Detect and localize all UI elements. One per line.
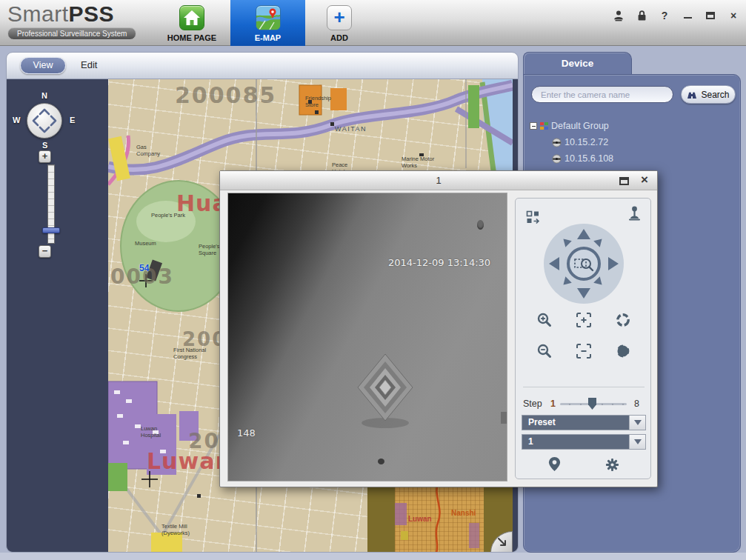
waitan-label: WAITAN: [335, 125, 367, 133]
tab-e-map[interactable]: E-MAP: [230, 0, 305, 46]
ptz-direction-pad: [544, 224, 624, 304]
location-pin-icon: [548, 456, 561, 472]
preset-number-dropdown-button[interactable]: [629, 435, 645, 449]
compass-east-label: E: [70, 116, 75, 124]
ceiling-dot: [378, 459, 384, 464]
step-slider[interactable]: [560, 398, 627, 410]
ptz-3d-position-button[interactable]: [567, 247, 601, 281]
ceiling-edge-object: [501, 412, 507, 424]
iris-close-button[interactable]: [614, 342, 632, 360]
tab-home-page[interactable]: HOME PAGE: [156, 0, 228, 46]
tree-group-default[interactable]: Default Group: [530, 118, 613, 134]
dome-camera-icon: [552, 138, 562, 147]
maximize-button[interactable]: [704, 9, 717, 22]
overview-label-luwan: Luwan: [408, 515, 432, 523]
ptz-settings-button[interactable]: [603, 456, 621, 473]
region-zoom-icon: [570, 250, 598, 278]
tab-device[interactable]: Device: [523, 52, 632, 75]
brand-light: Smart: [7, 1, 69, 26]
collapse-icon[interactable]: [530, 122, 537, 130]
divider: [523, 387, 645, 387]
goto-preset-button[interactable]: [545, 455, 563, 473]
postal-code-200085: 200085: [175, 82, 276, 108]
ptz-right-arrow[interactable]: [608, 257, 619, 270]
focus-in-button[interactable]: [575, 311, 593, 329]
live-video-feed[interactable]: 2014-12-09 13:14:30 148: [227, 193, 507, 481]
brand-bold: PSS: [69, 1, 115, 26]
iris-open-button[interactable]: [614, 311, 632, 329]
ptz-up-arrow[interactable]: [577, 229, 590, 239]
map-label-first-congress: First National Congress: [173, 347, 206, 360]
dialog-close-button[interactable]: ×: [641, 173, 648, 187]
help-button[interactable]: ?: [658, 9, 671, 22]
tree-group-label: Default Group: [551, 121, 609, 131]
camera-preview-dialog: 1 × 2014-12-09 13:14:30 148: [219, 170, 658, 487]
overview-label-nanshi: Nanshi: [451, 509, 476, 517]
tab-view[interactable]: View: [20, 57, 66, 74]
overview-map-image: Luwan Nanshi: [395, 482, 484, 553]
minimize-button[interactable]: [681, 9, 694, 22]
ptz-up-left-arrow[interactable]: [560, 236, 572, 247]
map-label-gas-company: Gas Company: [136, 144, 160, 157]
search-button-label: Search: [701, 90, 729, 100]
stream-window-icon[interactable]: [524, 209, 542, 227]
tab-edit[interactable]: Edit: [81, 59, 97, 70]
video-camera-label: 148: [237, 427, 256, 439]
camera-search-input[interactable]: [531, 86, 673, 103]
dome-camera-icon: [552, 154, 562, 164]
preset-dropdown-button[interactable]: [629, 416, 645, 430]
map-zoom-thumb[interactable]: [42, 227, 60, 233]
ptz-down-right-arrow[interactable]: [593, 276, 605, 288]
ptz-control-panel: Step 1 8 Preset 1: [515, 198, 651, 479]
maximize-icon: [706, 12, 715, 19]
camera-hotspot-54[interactable]: 54: [139, 263, 149, 273]
map-zoom-in-button[interactable]: +: [39, 150, 51, 163]
lock-icon[interactable]: [635, 9, 648, 22]
zoom-out-button[interactable]: [536, 342, 553, 360]
tab-home-label: HOME PAGE: [156, 33, 228, 42]
preset-dropdown[interactable]: Preset: [522, 415, 646, 430]
preset-number-dropdown[interactable]: 1: [522, 434, 646, 450]
tab-add[interactable]: + ADD: [310, 0, 369, 46]
tab-add-label: ADD: [310, 33, 369, 42]
map-mode-tabbar: View Edit: [6, 52, 519, 79]
joystick-icon[interactable]: [625, 206, 643, 224]
step-max: 8: [634, 399, 639, 409]
map-zoom-out-button[interactable]: −: [39, 245, 51, 258]
focus-out-button[interactable]: [575, 342, 593, 360]
ptz-up-right-arrow[interactable]: [593, 236, 605, 247]
brand-tagline: Professional Surveillance System: [7, 27, 136, 40]
dialog-maximize-button[interactable]: [619, 177, 629, 185]
dialog-title: 1: [220, 175, 657, 186]
window-controls: ? ×: [612, 9, 740, 22]
chevron-down-icon: [634, 420, 642, 425]
arrow-se-icon: [491, 532, 512, 552]
e-map-icon: [256, 5, 281, 30]
dialog-titlebar[interactable]: 1 ×: [220, 171, 657, 190]
ptz-left-arrow[interactable]: [549, 257, 559, 270]
search-button[interactable]: Search: [681, 85, 736, 104]
close-button[interactable]: ×: [727, 9, 740, 22]
map-label-marine-works: Marine Motor Works: [402, 156, 434, 169]
map-label-museum: Museum: [135, 241, 156, 247]
tab-e-map-label: E-MAP: [230, 33, 305, 42]
group-icon: [540, 122, 548, 130]
user-icon[interactable]: [612, 9, 625, 22]
step-label: Step: [523, 399, 542, 409]
binoculars-icon: [687, 90, 697, 99]
ceiling-vent-graphic: [228, 193, 507, 481]
ptz-down-left-arrow[interactable]: [560, 276, 572, 288]
overview-toggle-button[interactable]: [490, 531, 513, 553]
tree-item-camera-2[interactable]: 10.15.6.108: [530, 150, 613, 167]
tree-item-label: 10.15.6.108: [565, 153, 613, 164]
tree-item-camera-1[interactable]: 10.15.2.72: [530, 134, 613, 150]
ptz-down-arrow[interactable]: [577, 288, 590, 299]
brand-title: SmartPSS: [7, 2, 136, 26]
compass-west-label: W: [13, 116, 20, 124]
map-compass[interactable]: [27, 103, 62, 139]
preset-dropdown-label: Preset: [522, 416, 629, 430]
minimize-icon: [684, 17, 692, 19]
step-slider-thumb[interactable]: [588, 398, 596, 410]
zoom-in-button[interactable]: [536, 311, 553, 329]
home-icon: [179, 5, 204, 30]
